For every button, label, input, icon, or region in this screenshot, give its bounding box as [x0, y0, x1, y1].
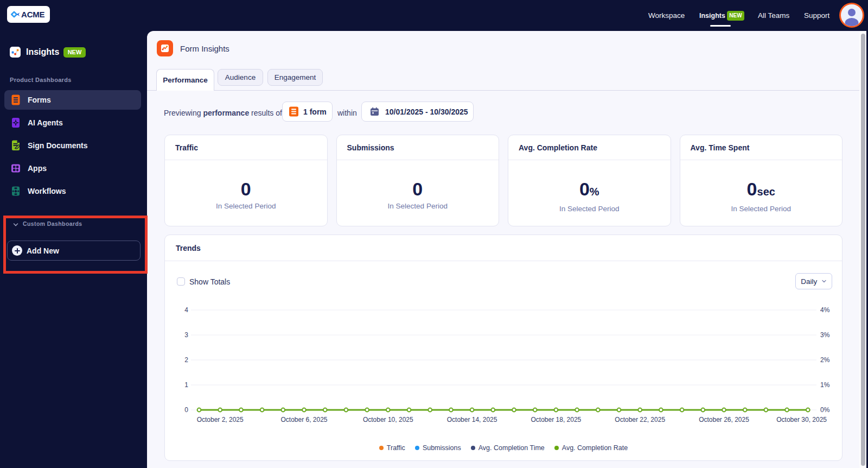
svg-text:2%: 2% [820, 356, 830, 364]
svg-text:0: 0 [184, 406, 188, 414]
svg-text:October 14, 2025: October 14, 2025 [447, 416, 497, 423]
svg-text:4: 4 [184, 306, 188, 314]
svg-text:October 26, 2025: October 26, 2025 [699, 416, 749, 423]
svg-text:1: 1 [184, 381, 188, 389]
svg-text:October 2, 2025: October 2, 2025 [197, 416, 244, 423]
svg-text:4%: 4% [820, 306, 830, 314]
svg-text:October 10, 2025: October 10, 2025 [363, 416, 413, 423]
svg-text:0%: 0% [820, 406, 830, 414]
svg-text:October 22, 2025: October 22, 2025 [615, 416, 665, 423]
svg-text:2: 2 [184, 356, 188, 364]
svg-text:1%: 1% [820, 381, 830, 389]
svg-text:October 18, 2025: October 18, 2025 [531, 416, 582, 423]
svg-text:3%: 3% [820, 331, 830, 339]
svg-text:3: 3 [184, 331, 188, 339]
svg-text:October 6, 2025: October 6, 2025 [280, 416, 327, 423]
svg-text:October 30, 2025: October 30, 2025 [776, 416, 827, 423]
